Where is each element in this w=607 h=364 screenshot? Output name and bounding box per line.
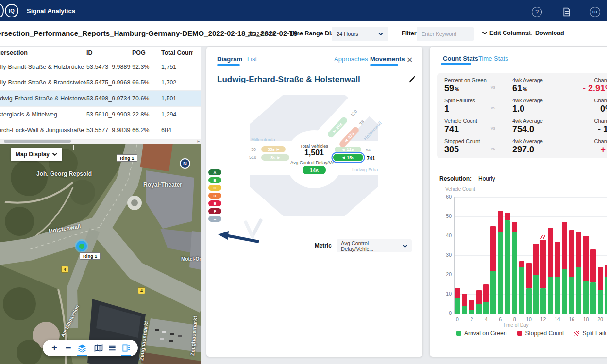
stat-value: - 2.91% bbox=[567, 83, 607, 94]
bar-arrival-on-green bbox=[605, 277, 607, 314]
bar-arrival-on-green bbox=[490, 271, 496, 314]
col-total-count[interactable]: Total Count▲▼ bbox=[161, 50, 193, 56]
route-shield: 4 bbox=[61, 266, 68, 273]
reports-icon[interactable] bbox=[561, 7, 572, 17]
stats-card: Percent on Green59%vs4wk Average61%Chang… bbox=[437, 73, 607, 158]
intersection-marker[interactable] bbox=[76, 241, 87, 251]
x-tick-label: 16 bbox=[567, 316, 576, 322]
vs-label: vs bbox=[491, 138, 512, 151]
user-avatar[interactable]: GT bbox=[590, 7, 600, 17]
chart-y-axis-title: Vehicle Count bbox=[445, 186, 475, 192]
tab-movements[interactable]: Movements bbox=[370, 55, 405, 63]
stat-value: 0% bbox=[567, 103, 607, 114]
chevron-down-icon bbox=[378, 33, 383, 35]
stats-panel: Count Stats Time Stats Percent on Green5… bbox=[430, 47, 607, 357]
stat-value: 305 bbox=[444, 144, 491, 155]
table-row[interactable]: Alsterglacis & Mittelweg53.5610_9.990322… bbox=[0, 107, 201, 123]
col-intersection[interactable]: Intersection bbox=[0, 50, 86, 56]
resolution-value[interactable]: Hourly bbox=[478, 175, 495, 182]
bar-stopped-count bbox=[483, 284, 489, 302]
vs-label: vs bbox=[491, 118, 512, 131]
metric-label: Metric bbox=[293, 242, 332, 249]
tab-diagram[interactable]: Diagram bbox=[217, 55, 242, 63]
cell-id: 53.5473_9.9889 bbox=[86, 64, 132, 70]
cell-total-count: 1,751 bbox=[161, 64, 193, 70]
bar-stopped-count bbox=[505, 213, 510, 220]
vs-label: vs bbox=[491, 77, 512, 90]
zoom-in-button[interactable]: + bbox=[49, 342, 60, 354]
cell-intersection: Willy-Brandt-Straße & Brandstwiete bbox=[0, 79, 86, 86]
help-icon[interactable]: ? bbox=[532, 7, 542, 17]
bar-arrival-on-green bbox=[540, 288, 546, 314]
bar-arrival-on-green bbox=[598, 290, 603, 314]
top-navbar: IQ Signal Analytics ? GT bbox=[0, 0, 607, 21]
edit-icon[interactable] bbox=[408, 76, 416, 83]
bar-arrival-on-green bbox=[569, 277, 574, 314]
monument-label: Joh. Georg Repsold bbox=[36, 170, 85, 177]
stat-row: Vehicle Count741vs4wk Average754.0Change… bbox=[444, 118, 607, 138]
cell-pog: 22.8% bbox=[132, 111, 161, 118]
layers-button[interactable] bbox=[76, 342, 88, 354]
stat-label: Split Failures bbox=[444, 98, 491, 103]
bar-arrival-on-green bbox=[476, 304, 482, 314]
cell-pog: 66.5% bbox=[132, 79, 161, 86]
table-row[interactable]: Willy-Brandt-Straße & Holzbrücke53.5473_… bbox=[0, 59, 201, 75]
time-range-select[interactable]: 24 Hours bbox=[332, 27, 388, 41]
legend-swatch-red bbox=[517, 331, 522, 336]
bar-stopped-count bbox=[526, 263, 532, 288]
stat-row: Stopped Count305vs4wk Average297.0Change… bbox=[444, 138, 607, 159]
tab-list[interactable]: List bbox=[247, 55, 257, 63]
list-button[interactable] bbox=[106, 342, 118, 354]
los-grade-pill: A bbox=[208, 169, 221, 175]
legend-item: Split Failures bbox=[574, 330, 607, 337]
legend-swatch-hatch bbox=[574, 331, 579, 336]
x-tick-label: 14 bbox=[553, 316, 562, 322]
zoom-out-button[interactable]: − bbox=[63, 342, 74, 354]
intersection-detail-panel: Diagram List Approaches Movements ✕ Ludw… bbox=[206, 47, 422, 357]
tab-underline bbox=[217, 64, 240, 66]
stat-row: Percent on Green59%vs4wk Average61%Chang… bbox=[444, 77, 607, 98]
intersection-title: Ludwig-Erhard-Straße & Holstenwall bbox=[217, 75, 360, 84]
split-failure-marker bbox=[540, 235, 545, 239]
bar-stopped-count bbox=[498, 211, 503, 232]
tab-approaches[interactable]: Approaches bbox=[334, 55, 368, 63]
col-pog[interactable]: POG bbox=[132, 50, 161, 56]
stat-value: 741 bbox=[444, 124, 491, 134]
tab-count-stats[interactable]: Count Stats bbox=[443, 55, 478, 62]
filter-input[interactable] bbox=[417, 27, 474, 41]
col-id[interactable]: ID bbox=[86, 50, 132, 56]
avg-delay-pill: 14s bbox=[303, 166, 326, 174]
tab-time-stats[interactable]: Time Stats bbox=[478, 55, 508, 62]
arrow-icon: ▶ bbox=[332, 129, 337, 133]
bar-arrival-on-green bbox=[562, 269, 567, 314]
edit-columns-label: Edit Columns bbox=[489, 30, 529, 36]
map-view[interactable]: Map Display Ring 1 N Joh. Georg Repsold … bbox=[0, 144, 201, 364]
bar-stopped-count bbox=[512, 222, 517, 232]
table-horizontal-scrollbar[interactable]: ▶ bbox=[0, 139, 201, 144]
cell-pog: 66.2% bbox=[132, 127, 161, 133]
scroll-right-arrow[interactable]: ▶ bbox=[197, 139, 200, 143]
stat-label: Percent on Green bbox=[444, 77, 491, 83]
map-display-button[interactable]: Map Display bbox=[11, 148, 62, 161]
close-icon[interactable]: ✕ bbox=[406, 55, 413, 65]
north-compass[interactable]: N bbox=[180, 158, 190, 169]
bar-stopped-count bbox=[540, 240, 546, 288]
app-logo-icon[interactable]: IQ bbox=[5, 4, 18, 17]
bar-arrival-on-green bbox=[483, 302, 489, 314]
bar-arrival-on-green bbox=[583, 281, 589, 314]
table-row[interactable]: Ludwig-Erhard-Straße & Holstenwall53.549… bbox=[0, 91, 201, 107]
x-tick-label: 6 bbox=[495, 316, 505, 322]
scroll-thumb[interactable] bbox=[4, 140, 71, 143]
bar-arrival-on-green bbox=[576, 267, 581, 314]
table-row[interactable]: Willy-Brandt-Straße & Brandstwiete53.547… bbox=[0, 75, 201, 91]
map-legend-button[interactable] bbox=[120, 342, 132, 354]
stat-label: Change bbox=[567, 98, 607, 103]
street-label: Millerntorda... bbox=[251, 137, 279, 142]
los-grade-pill: D bbox=[208, 193, 221, 199]
edit-columns-button[interactable]: Edit Columns bbox=[482, 30, 529, 36]
download-button[interactable]: Download bbox=[527, 30, 564, 36]
metric-select[interactable]: Avg Control Delay/Vehic... bbox=[337, 239, 412, 252]
basemap-button[interactable] bbox=[93, 342, 104, 354]
cell-intersection: Gorch-Fock-Wall & Jungiusstraße bbox=[0, 127, 86, 133]
table-row[interactable]: Gorch-Fock-Wall & Jungiusstraße53.5577_9… bbox=[0, 122, 201, 138]
